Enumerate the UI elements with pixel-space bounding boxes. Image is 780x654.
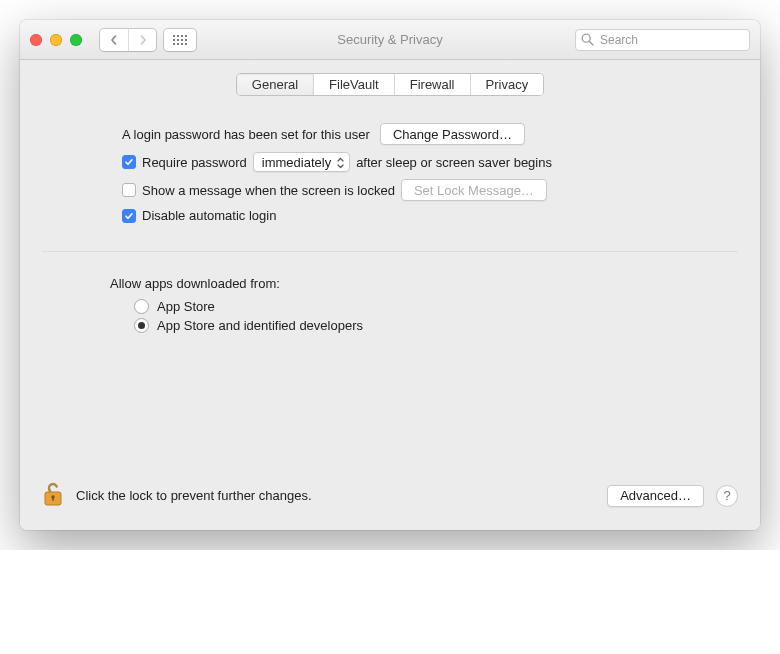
gatekeeper-heading: Allow apps downloaded from: — [110, 276, 704, 291]
tab-firewall[interactable]: Firewall — [394, 74, 470, 95]
minimize-window-button[interactable] — [50, 34, 62, 46]
tab-general[interactable]: General — [237, 74, 313, 95]
back-button[interactable] — [100, 29, 128, 51]
change-password-button[interactable]: Change Password… — [380, 123, 525, 145]
zoom-window-button[interactable] — [70, 34, 82, 46]
gatekeeper-label-identified: App Store and identified developers — [157, 318, 363, 333]
svg-line-13 — [589, 41, 593, 45]
system-prefs-window: Security & Privacy General FileVault Fir… — [20, 20, 760, 530]
nav-back-forward — [100, 29, 156, 51]
show-lock-message-checkbox[interactable] — [122, 183, 136, 197]
require-password-label-post: after sleep or screen saver begins — [356, 155, 552, 170]
svg-rect-3 — [185, 35, 187, 37]
chevron-up-down-icon — [336, 156, 345, 170]
close-window-button[interactable] — [30, 34, 42, 46]
require-password-checkbox[interactable] — [122, 155, 136, 169]
set-lock-message-button: Set Lock Message… — [401, 179, 547, 201]
window-controls — [30, 34, 82, 46]
advanced-button[interactable]: Advanced… — [607, 485, 704, 507]
pane-body: General FileVault Firewall Privacy A log… — [20, 60, 760, 530]
login-pw-intro: A login password has been set for this u… — [122, 127, 370, 142]
lock-text: Click the lock to prevent further change… — [76, 488, 312, 503]
gatekeeper-label-appstore: App Store — [157, 299, 215, 314]
search-input[interactable] — [575, 29, 750, 51]
forward-button[interactable] — [128, 29, 156, 51]
disable-auto-login-label: Disable automatic login — [142, 208, 276, 223]
svg-rect-16 — [52, 497, 54, 501]
svg-rect-1 — [177, 35, 179, 37]
titlebar: Security & Privacy — [20, 20, 760, 60]
svg-rect-8 — [173, 43, 175, 45]
search-icon — [581, 33, 594, 46]
svg-rect-9 — [177, 43, 179, 45]
svg-rect-5 — [177, 39, 179, 41]
show-lock-message-label: Show a message when the screen is locked — [142, 183, 395, 198]
gatekeeper-radio-identified[interactable] — [134, 318, 149, 333]
svg-rect-2 — [181, 35, 183, 37]
svg-rect-10 — [181, 43, 183, 45]
require-password-delay-popup[interactable]: immediately — [253, 152, 350, 172]
svg-rect-6 — [181, 39, 183, 41]
require-password-delay-value: immediately — [262, 155, 331, 170]
tab-filevault[interactable]: FileVault — [313, 74, 394, 95]
require-password-label-pre: Require password — [142, 155, 247, 170]
svg-rect-11 — [185, 43, 187, 45]
general-panel: A login password has been set for this u… — [42, 109, 738, 445]
disable-auto-login-checkbox[interactable] — [122, 209, 136, 223]
svg-rect-7 — [185, 39, 187, 41]
lock-icon[interactable] — [42, 481, 64, 510]
show-all-button[interactable] — [164, 29, 196, 51]
svg-rect-0 — [173, 35, 175, 37]
help-button[interactable]: ? — [716, 485, 738, 507]
gatekeeper-radio-appstore[interactable] — [134, 299, 149, 314]
svg-rect-4 — [173, 39, 175, 41]
tab-bar: General FileVault Firewall Privacy — [20, 60, 760, 109]
tab-privacy[interactable]: Privacy — [470, 74, 544, 95]
search-field-wrap — [575, 29, 750, 51]
pane-footer: Click the lock to prevent further change… — [20, 467, 760, 530]
